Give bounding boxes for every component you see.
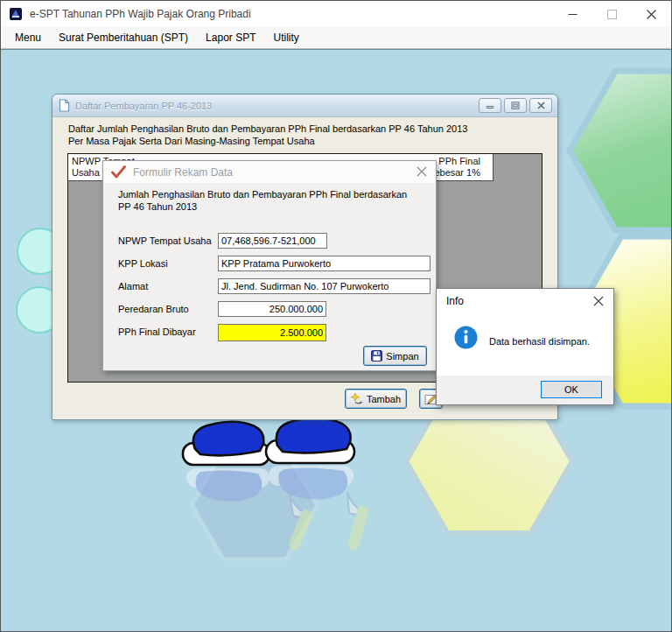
window-controls (553, 1, 671, 27)
document-icon (59, 99, 70, 112)
check-icon (111, 165, 126, 179)
label-npwp-tempat-usaha: NPWP Tempat Usaha (118, 235, 212, 246)
simpan-button-label: Simpan (386, 351, 418, 362)
info-dialog-title: Info (446, 295, 464, 307)
minimize-icon (568, 10, 578, 19)
formulir-rekam-data-dialog: Formulir Rekam Data Jumlah Penghasilan B… (102, 160, 437, 371)
close-button[interactable] (632, 1, 671, 27)
menu-item-utility[interactable]: Utility (264, 27, 307, 48)
child-maximize-button[interactable] (504, 98, 527, 113)
green-hexagon (570, 71, 671, 230)
label-kpp-lokasi: KPP Lokasi (118, 258, 168, 269)
form-dialog-title-bar: Formulir Rekam Data (103, 161, 436, 183)
simpan-button[interactable]: Simpan (363, 346, 427, 366)
label-peredaran-bruto: Peredaran Bruto (118, 304, 189, 314)
info-message-box: Info Data berhasil disimpan. OK (436, 288, 614, 405)
minimize-button[interactable] (553, 1, 592, 27)
window-title: e-SPT Tahunan PPh Wajib Pajak Orang Prib… (30, 8, 251, 20)
child-minimize-icon (486, 102, 494, 109)
child-maximize-icon (511, 102, 520, 109)
label-pph-final-dibayar: PPh Final Dibayar (118, 327, 196, 337)
info-message-text: Data berhasil disimpan. (489, 336, 590, 347)
input-kpp-lokasi[interactable] (218, 256, 430, 271)
app-icon (9, 7, 23, 21)
info-icon (454, 326, 478, 349)
form-dialog-close-icon[interactable] (416, 166, 427, 177)
menu-bar: Menu Surat Pemberitahuan (SPT) Lapor SPT… (1, 27, 671, 49)
child-description-line2: Per Masa Pajak Serta Dari Masing-Masing … (68, 136, 315, 146)
input-pph-final-dibayar[interactable] (218, 324, 326, 341)
child-minimize-button[interactable] (479, 98, 501, 113)
mdi-desktop: Daftar Pembayaran PP 46-2013 Daftar Juml… (1, 49, 671, 631)
input-alamat[interactable] (218, 278, 430, 294)
ok-button[interactable]: OK (541, 381, 602, 398)
menu-item-lapor-spt[interactable]: Lapor SPT (197, 27, 264, 48)
label-alamat: Alamat (118, 281, 148, 291)
info-footer: OK (437, 376, 613, 404)
tambah-button[interactable]: Tambah (345, 389, 407, 409)
faded-hexagon (192, 451, 318, 559)
form-dialog-title: Formulir Rekam Data (133, 166, 233, 179)
child-window-controls (479, 98, 552, 113)
main-window: e-SPT Tahunan PPh Wajib Pajak Orang Prib… (0, 0, 672, 632)
child-title-bar: Daftar Pembayaran PP 46-2013 (52, 95, 557, 117)
title-bar: e-SPT Tahunan PPh Wajib Pajak Orang Prib… (1, 1, 671, 27)
ok-button-label: OK (564, 384, 578, 395)
input-npwp-tempat-usaha[interactable] (218, 233, 327, 249)
close-icon (647, 10, 656, 19)
maximize-icon (607, 10, 617, 19)
info-close-icon[interactable] (593, 296, 604, 306)
add-sparkle-icon (351, 393, 363, 405)
tambah-button-label: Tambah (367, 394, 401, 404)
save-floppy-icon (371, 350, 382, 362)
input-peredaran-bruto[interactable] (218, 301, 326, 317)
maximize-button[interactable] (592, 1, 632, 27)
child-description-line1: Daftar Jumlah Penghasilan Bruto dan Pemb… (68, 123, 467, 134)
form-heading-line1: Jumlah Penghasilan Bruto dan Pembayaran … (118, 189, 407, 200)
child-close-icon (537, 102, 545, 109)
info-title-bar: Info (437, 289, 613, 313)
child-close-button[interactable] (529, 98, 552, 113)
child-window-title: Daftar Pembayaran PP 46-2013 (75, 101, 212, 111)
mascot-shoes-illustration (183, 418, 370, 551)
menu-item-menu[interactable]: Menu (6, 27, 50, 48)
info-content: Data berhasil disimpan. (437, 313, 613, 377)
form-heading-line2: PP 46 Tahun 2013 (118, 201, 197, 212)
menu-item-spt[interactable]: Surat Pemberitahuan (SPT) (50, 27, 197, 48)
